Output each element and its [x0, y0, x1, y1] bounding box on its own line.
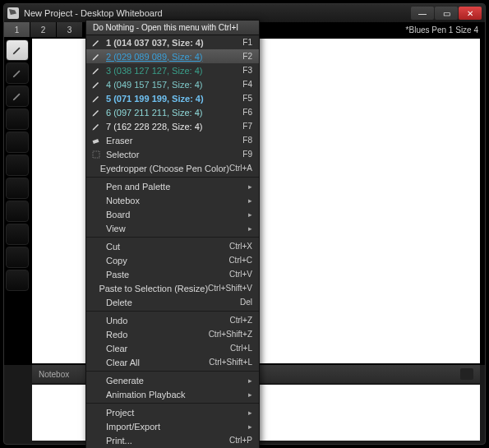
selector-icon [90, 150, 103, 159]
pen-tool-7[interactable] [6, 178, 29, 199]
chevron-right-icon: ▸ [248, 182, 252, 191]
chevron-right-icon: ▸ [248, 210, 252, 219]
context-menu: Do Nothing - Open this menu with Ctrl+I … [85, 20, 260, 448]
pen-tool-4[interactable] [6, 109, 29, 130]
minimize-button[interactable]: — [411, 7, 434, 20]
pen-shortcut: F5 [242, 94, 252, 103]
pen-icon [90, 94, 103, 104]
notebox-label: Notebox [39, 370, 69, 379]
pen-shortcut: F3 [242, 66, 252, 75]
pen-icon [90, 80, 103, 90]
pen-icon [90, 66, 103, 76]
tab-2[interactable]: 2 [30, 22, 57, 37]
pen-label: 6 (097 211 211, Size: 4) [106, 108, 242, 118]
menu-copy[interactable]: CopyCtrl+C [86, 253, 259, 267]
pen-icon [90, 108, 103, 118]
menu-pen-palette[interactable]: Pen and Palette▸ [86, 179, 259, 193]
extra-tool-2[interactable] [6, 270, 29, 291]
chevron-right-icon: ▸ [248, 196, 252, 205]
menu-undo[interactable]: UndoCtrl+Z [86, 313, 259, 327]
menu-pen-5[interactable]: 5 (071 199 199, Size: 4)F5 [86, 91, 259, 105]
menu-project[interactable]: Project▸ [86, 405, 259, 419]
menu-pen-3[interactable]: 3 (038 127 127, Size: 4)F3 [86, 63, 259, 77]
menu-print[interactable]: Print...Ctrl+P [86, 433, 259, 447]
pen-label: 7 (162 228 228, Size: 4) [106, 122, 242, 132]
menu-pen-7[interactable]: 7 (162 228 228, Size: 4)F7 [86, 119, 259, 133]
pen-label: 5 (071 199 199, Size: 4) [106, 94, 242, 104]
pen-shortcut: F2 [242, 52, 252, 61]
menu-cut[interactable]: CutCtrl+X [86, 239, 259, 253]
pen-shortcut: F4 [242, 80, 252, 89]
menu-redo[interactable]: RedoCtrl+Shift+Z [86, 327, 259, 341]
notebox-toggle-button[interactable] [460, 368, 473, 380]
extra-tool-1[interactable] [6, 247, 29, 268]
pen-tool-2[interactable] [6, 62, 29, 84]
side-toolbar [4, 37, 30, 365]
menu-animation-playback[interactable]: Animation Playback▸ [86, 387, 259, 401]
pen-label: 2 (029 089 089, Size: 4) [106, 52, 242, 62]
menu-paste-selection[interactable]: Paste to Selection (Resize)Ctrl+Shift+V [86, 281, 259, 295]
chevron-right-icon: ▸ [248, 423, 252, 431]
menu-paste[interactable]: PasteCtrl+V [86, 267, 259, 281]
app-icon [7, 7, 19, 19]
menu-pen-2[interactable]: 2 (029 089 089, Size: 4)F2 [86, 49, 259, 63]
pen-label: 1 (014 037 037, Size: 4) [106, 38, 242, 48]
menu-clear[interactable]: ClearCtrl+L [86, 341, 259, 355]
status-text: *Blues Pen 1 Size 4 [406, 22, 485, 37]
svg-rect-0 [93, 138, 99, 143]
pen-shortcut: F7 [242, 122, 252, 131]
chevron-right-icon: ▸ [248, 409, 252, 417]
pen-shortcut: F6 [242, 108, 252, 117]
pen-icon [90, 122, 103, 132]
menu-view[interactable]: View▸ [86, 221, 259, 235]
pen-tool-5[interactable] [6, 132, 29, 153]
menu-pen-6[interactable]: 6 (097 211 211, Size: 4)F6 [86, 105, 259, 119]
maximize-button[interactable]: ▭ [435, 7, 458, 20]
chevron-right-icon: ▸ [248, 376, 252, 385]
tab-1[interactable]: 1 [4, 22, 30, 37]
menu-pen-1[interactable]: 1 (014 037 037, Size: 4)F1 [86, 35, 259, 49]
window-title: New Project - Desktop Whiteboard [24, 8, 410, 18]
eraser-tool[interactable] [6, 201, 29, 222]
close-button[interactable]: ✕ [459, 7, 482, 20]
pen-icon [90, 52, 103, 62]
menu-import-export[interactable]: Import/Export▸ [86, 419, 259, 433]
pen-label: 3 (038 127 127, Size: 4) [106, 66, 242, 76]
pen-tool-1[interactable] [6, 39, 29, 61]
menu-generate[interactable]: Generate▸ [86, 373, 259, 387]
chevron-right-icon: ▸ [248, 390, 252, 399]
menu-pen-4[interactable]: 4 (049 157 157, Size: 4)F4 [86, 77, 259, 91]
menu-eyedropper[interactable]: Eyedropper (Choose Pen Color) Ctrl+A [86, 161, 259, 175]
tab-3[interactable]: 3 [57, 22, 83, 37]
pen-tool-3[interactable] [6, 85, 29, 107]
pen-tool-6[interactable] [6, 155, 29, 176]
pen-icon [90, 38, 103, 48]
menu-notebox[interactable]: Notebox▸ [86, 193, 259, 207]
menu-selector[interactable]: Selector F9 [86, 147, 259, 161]
eraser-icon [90, 136, 103, 145]
svg-rect-1 [93, 151, 99, 158]
menu-delete[interactable]: DeleteDel [86, 295, 259, 309]
menu-header: Do Nothing - Open this menu with Ctrl+I [86, 21, 259, 35]
pen-shortcut: F1 [242, 38, 252, 47]
selector-tool[interactable] [6, 224, 29, 245]
menu-clear-all[interactable]: Clear AllCtrl+Shift+L [86, 355, 259, 369]
pen-label: 4 (049 157 157, Size: 4) [106, 80, 242, 90]
chevron-right-icon: ▸ [248, 224, 252, 233]
menu-board[interactable]: Board▸ [86, 207, 259, 221]
menu-eraser[interactable]: Eraser F8 [86, 133, 259, 147]
